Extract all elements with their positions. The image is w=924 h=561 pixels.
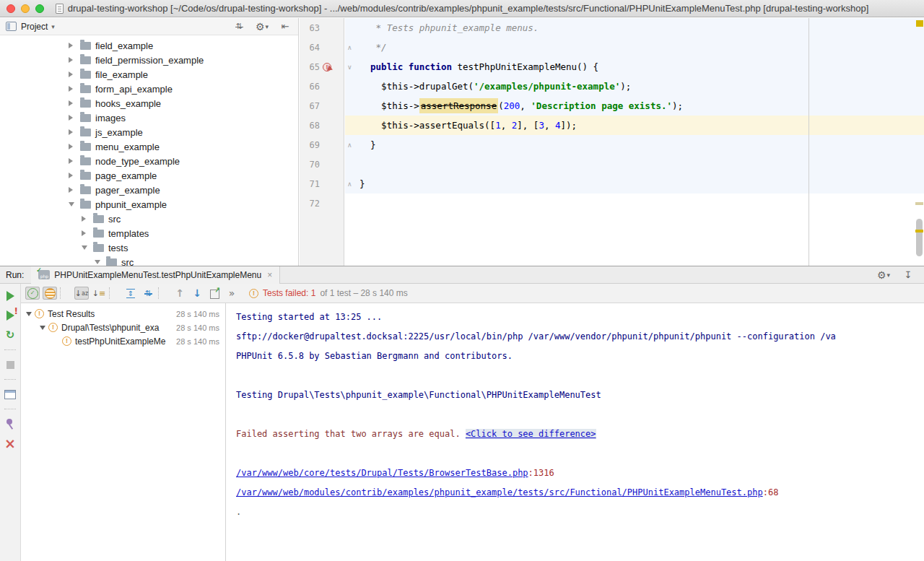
project-tree-item[interactable]: src [0,212,298,226]
console-link[interactable]: /var/www/web/core/tests/Drupal/Tests/Bro… [236,468,528,478]
close-tab-icon[interactable]: × [267,270,272,280]
hide-panel-icon[interactable] [901,269,915,282]
project-tree-item[interactable]: images [0,110,298,125]
rerun-failed-icon[interactable] [3,309,17,322]
console-link[interactable]: <Click to see difference> [466,429,596,439]
chevron-right-icon[interactable] [82,216,90,222]
project-tree-item[interactable]: field_example [0,38,298,53]
zoom-window-button[interactable] [35,4,44,13]
project-tree-item[interactable]: file_example [0,67,298,82]
code-line[interactable]: $this->assertResponse(200, 'Description … [345,96,924,116]
warning-stripe-icon[interactable] [916,20,923,27]
restore-layout-icon[interactable] [3,388,17,401]
test-tree-row[interactable]: !testPhpUnitExampleMe28 s 140 ms [21,334,225,348]
code-line[interactable]: ∧} [345,174,924,193]
rerun-icon[interactable] [3,290,17,303]
code-line[interactable]: $this->drupalGet('/examples/phpunit-exam… [345,77,924,96]
warning-mark-icon[interactable] [915,230,923,232]
close-window-button[interactable] [6,4,15,13]
folder-icon [80,85,91,93]
fold-marker-icon[interactable]: ∧ [347,181,352,188]
editor-code-area[interactable]: * Tests phpunit_example menus.∧ */∨ publ… [345,18,924,266]
settings-gear-icon[interactable] [255,20,269,33]
project-tree-item[interactable]: tests [0,240,298,255]
scrollbar-thumb[interactable] [916,219,923,256]
project-tree-item[interactable]: js_example [0,125,298,139]
code-line[interactable] [345,155,924,174]
expand-all-button[interactable] [123,287,138,300]
fold-marker-icon[interactable]: ∧ [347,142,352,149]
toggle-auto-test-icon[interactable] [3,329,17,342]
code-line[interactable]: $this->assertEquals([1, 2], [3, 4]); [345,116,924,135]
export-test-results-button[interactable] [207,287,222,300]
console-link[interactable]: /var/www/web/modules/contrib/examples/ph… [236,487,763,497]
chevron-right-icon[interactable] [69,71,77,77]
line-number: 63 [300,23,320,33]
editor-scrollbar[interactable] [914,18,924,266]
project-tree-item[interactable]: node_type_example [0,154,298,168]
tree-item-label: field_example [95,40,153,51]
console-text: sftp://docker@drupaltest.docksal:2225/us… [236,331,836,342]
project-tree-item[interactable]: page_example [0,168,298,183]
test-tree-row[interactable]: !Drupal\Tests\phpunit_exa28 s 140 ms [21,321,225,334]
code-line[interactable]: * Tests phpunit_example menus. [345,18,924,38]
stop-icon[interactable] [3,358,17,371]
close-icon[interactable] [3,437,17,450]
chevron-down-icon[interactable] [40,323,48,333]
code-line[interactable]: ∧ } [345,135,924,155]
sort-by-duration-toggle[interactable] [92,287,106,300]
collapse-all-button[interactable] [141,287,155,300]
hide-panel-icon[interactable] [278,20,292,33]
chevron-down-icon[interactable] [95,257,103,266]
chevron-right-icon[interactable] [69,43,77,48]
test-console[interactable]: Testing started at 13:25 ...sftp://docke… [227,303,924,561]
project-tree-item[interactable]: form_api_example [0,82,298,96]
chevron-right-icon[interactable] [69,173,77,178]
project-panel-header[interactable]: Project ▾ [0,18,298,35]
chevron-right-icon[interactable] [69,187,77,193]
code-line[interactable]: ∨ public function testPhpUnitExampleMenu… [345,57,924,77]
console-line: . [236,503,924,522]
chevron-down-icon[interactable] [82,243,90,253]
tree-item-label: file_example [95,69,148,80]
code-line[interactable] [345,193,924,213]
project-tree-item[interactable]: menu_example [0,139,298,154]
collapse-all-icon[interactable] [232,20,246,33]
project-tree-item[interactable]: pager_example [0,183,298,197]
run-left-toolbar [0,284,21,561]
run-tab[interactable]: PHPUnitExampleMenuTest.testPhpUnitExampl… [31,266,280,284]
code-editor[interactable]: 636465!66676869707172 * Tests phpunit_ex… [300,18,924,266]
code-line[interactable]: ∧ */ [345,38,924,57]
project-tree-item[interactable]: field_permission_example [0,53,298,67]
settings-gear-icon[interactable] [876,269,891,282]
chevron-right-icon[interactable] [69,158,77,164]
project-tree-item[interactable]: src [0,255,298,266]
chevron-right-icon[interactable] [69,115,77,121]
pin-tab-icon[interactable] [3,417,17,430]
fold-marker-icon[interactable]: ∨ [347,64,352,71]
show-ignored-toggle[interactable] [43,287,57,300]
more-options-chevron[interactable] [225,287,239,300]
chevron-right-icon[interactable] [82,230,90,236]
next-failed-test-button[interactable] [190,287,204,300]
chevron-right-icon[interactable] [69,86,77,92]
chevron-down-icon[interactable] [69,199,77,209]
chevron-down-icon[interactable]: ▾ [51,23,55,30]
chevron-right-icon[interactable] [69,129,77,135]
folder-icon [80,114,91,122]
test-tree-row[interactable]: !Test Results28 s 140 ms [21,307,225,321]
show-passed-toggle[interactable] [25,287,40,300]
chevron-down-icon[interactable] [26,309,35,319]
chevron-right-icon[interactable] [69,100,77,106]
fold-marker-icon[interactable]: ∧ [347,44,352,51]
previous-failed-test-button[interactable] [173,287,187,300]
failed-test-icon[interactable]: ! [323,63,331,71]
project-tree-item[interactable]: templates [0,226,298,240]
warning-mark-icon[interactable] [915,202,923,205]
project-tree-item[interactable]: hooks_example [0,96,298,110]
minimize-window-button[interactable] [21,4,30,13]
chevron-right-icon[interactable] [69,57,77,63]
project-tree-item[interactable]: phpunit_example [0,197,298,212]
chevron-right-icon[interactable] [69,144,77,149]
sort-alphabetically-toggle[interactable] [74,287,89,300]
